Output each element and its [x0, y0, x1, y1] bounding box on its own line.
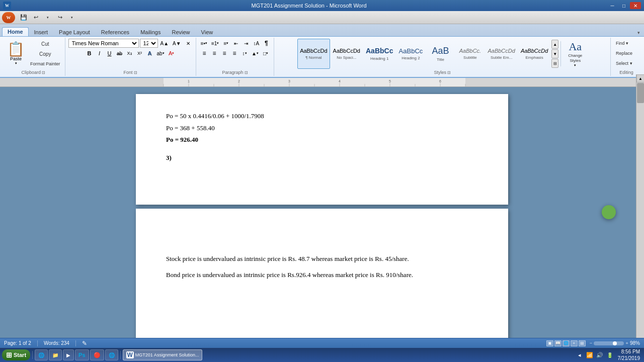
- strikethrough-button[interactable]: ab: [115, 49, 124, 58]
- taskbar-photoshop-button[interactable]: Ps: [75, 349, 89, 360]
- scroll-up-button[interactable]: ▲: [636, 74, 644, 82]
- style-subtle-em[interactable]: AaBbCcDd Subtle Em...: [485, 39, 517, 69]
- taskbar-media-button[interactable]: ▶: [63, 349, 74, 360]
- align-left-button[interactable]: ≡: [200, 49, 209, 58]
- styles-expand-icon[interactable]: ⊡: [447, 70, 451, 75]
- superscript-button[interactable]: X²: [135, 49, 144, 58]
- decrease-indent-button[interactable]: ⇤: [231, 39, 240, 48]
- sort-button[interactable]: ↕A: [252, 39, 261, 48]
- tab-page-layout[interactable]: Page Layout: [53, 28, 96, 36]
- numbering-button[interactable]: ≡1▾: [210, 39, 220, 48]
- zoom-out-button[interactable]: −: [590, 340, 593, 346]
- editing-label: Editing: [619, 70, 633, 75]
- tab-review[interactable]: Review: [166, 28, 195, 36]
- cut-button[interactable]: Cut: [29, 39, 62, 48]
- style-no-spacing-preview: AaBbCcDd: [333, 48, 360, 54]
- tab-insert[interactable]: Insert: [29, 28, 54, 36]
- copy-button[interactable]: Copy: [29, 49, 62, 58]
- italic-button[interactable]: I: [95, 49, 104, 58]
- taskbar-explorer-button[interactable]: 📁: [49, 349, 62, 360]
- justify-button[interactable]: ≡: [230, 49, 239, 58]
- vertical-scrollbar[interactable]: ▲ ▼: [636, 74, 644, 352]
- borders-button[interactable]: □▾: [261, 49, 270, 58]
- styles-scroll-up[interactable]: ▲: [551, 40, 558, 49]
- style-normal[interactable]: AaBbCcDd ¶ Normal: [297, 39, 330, 69]
- paragraph-expand-icon[interactable]: ⊡: [245, 70, 248, 75]
- font-size-selector[interactable]: 12: [140, 39, 158, 48]
- tab-references[interactable]: References: [96, 28, 135, 36]
- font-shrink-button[interactable]: A▼: [171, 39, 183, 48]
- highlight-button[interactable]: ab▾: [155, 49, 166, 58]
- line-spacing-button[interactable]: ↕▾: [240, 49, 249, 58]
- tab-view[interactable]: View: [196, 28, 219, 36]
- style-heading2-preview: AaBbCc: [399, 47, 423, 55]
- undo-button[interactable]: ↩: [30, 13, 41, 22]
- clear-format-button[interactable]: ✕: [184, 39, 193, 48]
- paste-button[interactable]: 📋 Paste ▾: [5, 39, 27, 69]
- style-emphasis[interactable]: AaBbCcDd Emphasis: [518, 39, 550, 69]
- taskbar-chrome-button[interactable]: 🌐: [105, 349, 118, 360]
- shading-button[interactable]: ▲▾: [250, 49, 260, 58]
- increase-indent-button[interactable]: ⇥: [242, 39, 251, 48]
- bold-button[interactable]: B: [85, 49, 94, 58]
- view-normal-button[interactable]: ▣: [546, 340, 553, 346]
- save-button[interactable]: 💾: [18, 13, 29, 22]
- font-name-selector[interactable]: Times New Roman: [68, 39, 139, 48]
- view-reading-button[interactable]: 📖: [554, 340, 561, 346]
- styles-more-button[interactable]: ⊟: [551, 59, 558, 68]
- underline-button[interactable]: U: [105, 49, 114, 58]
- view-outline-button[interactable]: ≡: [571, 340, 578, 346]
- multilevel-button[interactable]: ≡▾: [221, 39, 230, 48]
- font-grow-button[interactable]: A▲: [159, 39, 171, 48]
- scroll-thumb[interactable]: [637, 83, 644, 103]
- undo-dropdown-button[interactable]: ▾: [42, 13, 53, 22]
- change-styles-button[interactable]: Aa ChangeStyles ▾: [563, 39, 587, 68]
- taskbar-app-button[interactable]: 🔴: [90, 349, 104, 360]
- view-web-button[interactable]: 🌐: [562, 340, 570, 346]
- minimize-button[interactable]: ─: [607, 2, 618, 9]
- ribbon-expand-icon[interactable]: ▾: [635, 29, 642, 36]
- redo-button[interactable]: ↪: [54, 13, 65, 22]
- tab-home[interactable]: Home: [2, 27, 29, 36]
- select-button[interactable]: Select ▾: [614, 59, 639, 68]
- taskbar-ie-button[interactable]: 🌐: [35, 349, 48, 360]
- show-marks-button[interactable]: ¶: [262, 39, 271, 48]
- font-expand-icon[interactable]: ⊡: [134, 70, 137, 75]
- scroll-track[interactable]: [636, 82, 644, 344]
- format-painter-button[interactable]: Format Painter: [29, 59, 62, 68]
- clipboard-expand-icon[interactable]: ⊡: [42, 70, 45, 75]
- ribbon-tabs: Home Insert Page Layout References Maili…: [0, 24, 644, 36]
- tab-mailings[interactable]: Mailings: [135, 28, 166, 36]
- taskbar-word-button[interactable]: W MGT201 Assignment Solution...: [123, 349, 203, 360]
- find-button[interactable]: Find ▾: [614, 39, 639, 48]
- center-button[interactable]: ≡: [210, 49, 219, 58]
- style-heading2[interactable]: AaBbCc Heading 2: [396, 39, 425, 69]
- document-page-1: Po = 50 x 0.4416/0.06 + 1000/1.7908 Po =…: [136, 94, 508, 205]
- subscript-button[interactable]: X₂: [125, 49, 134, 58]
- font-color-button[interactable]: A▾: [167, 49, 176, 58]
- maximize-button[interactable]: □: [618, 2, 629, 9]
- style-title[interactable]: AaB Title: [426, 39, 455, 69]
- zoom-slider[interactable]: [594, 341, 624, 345]
- replace-button[interactable]: Replace: [614, 49, 639, 58]
- style-heading1[interactable]: AaBbCc Heading 1: [363, 39, 395, 69]
- style-subtitle[interactable]: AaBbCc. Subtitle: [455, 39, 485, 69]
- view-draft-button[interactable]: ▤: [579, 340, 586, 346]
- system-clock[interactable]: 8:56 PM7/21/2019: [616, 348, 642, 361]
- tray-volume-icon[interactable]: 🔊: [596, 351, 604, 359]
- bullets-button[interactable]: ≡•▾: [199, 39, 209, 48]
- tray-battery-icon[interactable]: 🔋: [606, 351, 614, 359]
- styles-scroll-down[interactable]: ▼: [551, 49, 558, 58]
- start-button[interactable]: ⊞ Start: [2, 349, 30, 360]
- office-button[interactable]: W: [2, 12, 15, 23]
- close-button[interactable]: ✕: [630, 2, 641, 9]
- style-no-spacing[interactable]: AaBbCcDd No Spaci...: [331, 39, 363, 69]
- styles-group: AaBbCcDd ¶ Normal AaBbCcDd No Spaci... A…: [274, 38, 611, 76]
- tray-network-icon[interactable]: 📶: [586, 351, 594, 359]
- zoom-level[interactable]: 98%: [630, 340, 640, 346]
- text-effects-button[interactable]: A: [145, 49, 154, 58]
- qat-dropdown-button[interactable]: ▾: [66, 13, 77, 22]
- tray-arrow-icon[interactable]: ◂: [576, 351, 584, 359]
- align-right-button[interactable]: ≡: [220, 49, 229, 58]
- zoom-in-button[interactable]: +: [625, 340, 628, 346]
